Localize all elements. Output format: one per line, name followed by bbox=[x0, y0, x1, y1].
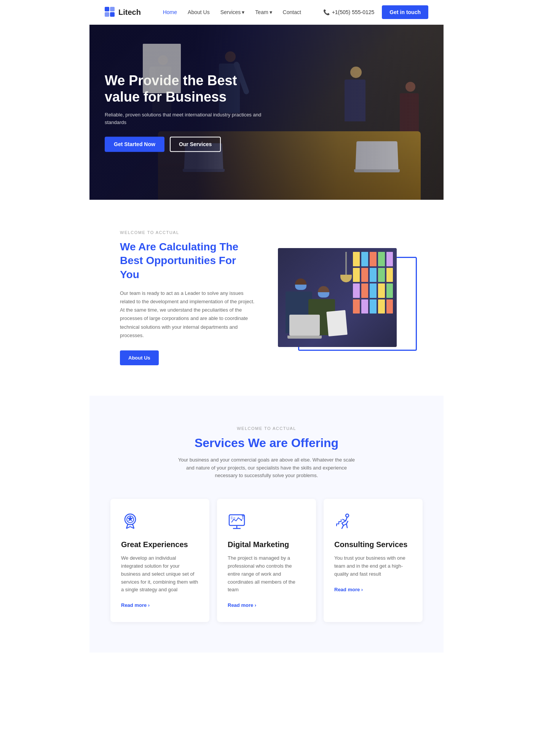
nav-home[interactable]: Home bbox=[163, 9, 177, 15]
services-section-label: WELCOME TO ACCTUAL bbox=[105, 426, 428, 431]
service-desc-consulting: You trust your business with one team an… bbox=[334, 554, 412, 578]
svg-rect-2 bbox=[105, 12, 109, 17]
chevron-down-icon: ▾ bbox=[242, 9, 244, 15]
services-cards: Great Experiences We develop an individu… bbox=[105, 499, 428, 622]
nav-contact[interactable]: Contact bbox=[283, 9, 301, 15]
sticky-notes-wall bbox=[349, 248, 397, 317]
phone-icon: 📞 bbox=[323, 9, 330, 15]
service-card-experiences: Great Experiences We develop an individu… bbox=[110, 499, 209, 622]
about-image-main bbox=[278, 248, 397, 347]
services-subtitle: Your business and your commercial goals … bbox=[175, 456, 358, 480]
service-name-experiences: Great Experiences bbox=[121, 540, 199, 549]
svg-point-14 bbox=[241, 519, 242, 521]
read-more-consulting[interactable]: Read more › bbox=[334, 587, 363, 592]
nav-services[interactable]: Services ▾ bbox=[220, 9, 245, 15]
service-card-marketing: Digital Marketing The project is managed… bbox=[217, 499, 316, 622]
service-desc-marketing: The project is managed by a professional… bbox=[228, 554, 305, 594]
our-services-button[interactable]: Our Services bbox=[170, 137, 221, 152]
about-title: We Are Calculating The Best Opportunitie… bbox=[120, 240, 255, 282]
nav-team[interactable]: Team ▾ bbox=[255, 9, 272, 15]
about-text: Our team is ready to act as a Leader to … bbox=[120, 289, 255, 340]
monitor-icon bbox=[228, 512, 246, 531]
phone-display: 📞 +1(505) 555-0125 bbox=[323, 9, 375, 15]
service-icon-experiences bbox=[121, 512, 199, 532]
svg-rect-0 bbox=[105, 7, 109, 11]
navbar: Litech Home About Us Services ▾ Team ▾ C… bbox=[89, 0, 444, 25]
runner-icon bbox=[334, 512, 353, 531]
services-title: Services We are Offering bbox=[105, 436, 428, 450]
about-section-label: WELCOME TO ACCTUAL bbox=[120, 230, 255, 235]
lamp bbox=[345, 252, 347, 275]
service-card-consulting: Consulting Services You trust your busin… bbox=[324, 499, 423, 622]
svg-rect-15 bbox=[231, 516, 233, 519]
svg-point-17 bbox=[242, 514, 244, 517]
about-section: WELCOME TO ACCTUAL We Are Calculating Th… bbox=[89, 200, 444, 396]
svg-rect-16 bbox=[233, 517, 235, 519]
service-name-marketing: Digital Marketing bbox=[228, 540, 305, 549]
nav-about[interactable]: About Us bbox=[188, 9, 210, 15]
chevron-down-icon: ▾ bbox=[270, 9, 272, 15]
hero-buttons: Get Started Now Our Services bbox=[105, 137, 265, 152]
about-scene bbox=[278, 248, 397, 347]
nav-right: 📞 +1(505) 555-0125 Get in touch bbox=[323, 5, 428, 19]
read-more-experiences[interactable]: Read more › bbox=[121, 602, 150, 608]
about-us-button[interactable]: About Us bbox=[120, 350, 159, 365]
service-desc-experiences: We develop an individual integrated solu… bbox=[121, 554, 199, 594]
hero-subtitle: Reliable, proven solutions that meet int… bbox=[105, 111, 265, 126]
service-icon-marketing bbox=[228, 512, 305, 532]
logo[interactable]: Litech bbox=[105, 7, 141, 18]
medal-icon bbox=[121, 512, 139, 531]
phone-number: +1(505) 555-0125 bbox=[332, 9, 375, 15]
nav-links: Home About Us Services ▾ Team ▾ Contact bbox=[163, 9, 301, 15]
about-image bbox=[278, 248, 413, 347]
about-title-highlight: Best Opportunities bbox=[120, 255, 216, 266]
read-more-marketing[interactable]: Read more › bbox=[228, 602, 256, 608]
about-left: WELCOME TO ACCTUAL We Are Calculating Th… bbox=[120, 230, 255, 365]
hero-content: We Provide the Best value for Business R… bbox=[105, 72, 265, 152]
get-started-button[interactable]: Get Started Now bbox=[105, 137, 164, 152]
brand-name: Litech bbox=[118, 8, 141, 17]
svg-rect-1 bbox=[110, 7, 115, 11]
get-in-touch-button[interactable]: Get in touch bbox=[382, 5, 428, 19]
hero-section: We Provide the Best value for Business R… bbox=[89, 25, 444, 200]
svg-rect-3 bbox=[110, 12, 115, 17]
services-title-highlight: Offering bbox=[291, 436, 338, 450]
svg-point-19 bbox=[346, 514, 349, 517]
hero-title: We Provide the Best value for Business bbox=[105, 72, 265, 105]
services-section: WELCOME TO ACCTUAL Services We are Offer… bbox=[89, 396, 444, 653]
logo-icon bbox=[105, 7, 115, 18]
service-name-consulting: Consulting Services bbox=[334, 540, 412, 549]
about-right bbox=[278, 248, 413, 347]
service-icon-consulting bbox=[334, 512, 412, 532]
